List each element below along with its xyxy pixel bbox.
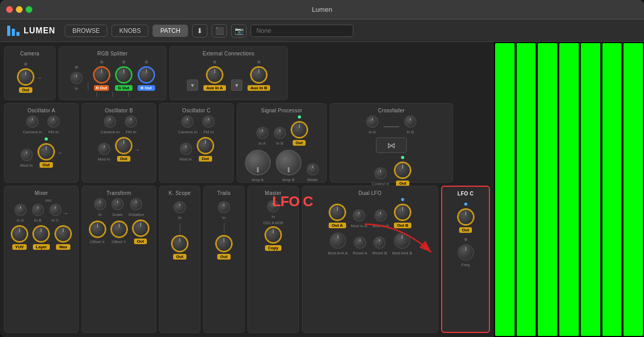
mixer-yuv-knob[interactable] xyxy=(11,226,28,242)
kscope-in-knob[interactable] xyxy=(174,201,186,213)
ext-dropdown-a[interactable]: ▼ xyxy=(187,80,198,91)
camera-icon[interactable]: 📷 xyxy=(231,24,247,37)
monitor-icon[interactable]: ⬛ xyxy=(212,24,227,37)
green-bars xyxy=(494,42,644,337)
close-button[interactable] xyxy=(6,6,13,13)
rgb-b-knob[interactable] xyxy=(138,67,155,83)
patch-button[interactable]: PATCH xyxy=(153,25,188,37)
sigproc-inb-knob[interactable] xyxy=(274,127,286,139)
ext-aux-a-knob[interactable] xyxy=(206,67,223,83)
mixer-inb-knob[interactable] xyxy=(32,204,44,216)
osc-b-camin-knob[interactable] xyxy=(104,115,116,128)
cf-controlin-group: Control In xyxy=(372,167,390,186)
crossfader-module: Crossfader In A In B xyxy=(330,103,453,183)
master-title: Master xyxy=(265,190,281,196)
osc-a-out-knob[interactable] xyxy=(38,144,54,160)
ext-aux-a-badge: Aux In A xyxy=(203,85,226,91)
ext-dropdown-b[interactable]: ▼ xyxy=(231,80,242,91)
cf-controlin-knob[interactable] xyxy=(374,167,387,180)
osc-c-camin-knob[interactable] xyxy=(181,115,194,128)
mixer-inb-group: In B xyxy=(32,204,44,223)
osc-b-fmin-knob[interactable] xyxy=(125,115,137,128)
green-bar-6 xyxy=(602,43,622,336)
master-copy-knob[interactable] xyxy=(265,227,281,243)
rgb-in-knob[interactable] xyxy=(70,72,83,84)
ext-aux-a-dot xyxy=(213,61,216,64)
tf-in-group: In xyxy=(94,198,106,217)
dlfo-outb-knob[interactable] xyxy=(394,204,411,221)
osc-a-modin-knob[interactable] xyxy=(21,149,33,161)
ext-aux-b-group: Aux In B xyxy=(248,61,270,91)
osc-a-camin-knob[interactable] xyxy=(26,115,39,128)
ext-aux-b-knob[interactable] xyxy=(251,67,267,83)
lfoc-out-knob[interactable] xyxy=(458,209,474,225)
dlfo-modamtb-group: Mod Amt B xyxy=(392,232,412,255)
cf-inb-knob[interactable] xyxy=(404,115,416,128)
minimize-button[interactable] xyxy=(16,6,23,13)
dlfo-outb-badge: Out B xyxy=(394,223,411,228)
download-icon[interactable]: ⬇ xyxy=(192,24,207,37)
osc-c-out-knob[interactable] xyxy=(197,137,214,154)
osc-a-out-group: Out xyxy=(38,137,54,168)
kscope-out-knob[interactable] xyxy=(172,235,188,252)
osc-b-title: Oscillator B xyxy=(105,108,133,113)
mixer-ina-knob[interactable] xyxy=(14,204,27,216)
mixer-yuv-group: YUV xyxy=(11,226,28,250)
green-bar-1 xyxy=(495,43,515,336)
camera-out-knob[interactable] xyxy=(17,69,34,85)
cf-ina-knob[interactable] xyxy=(366,115,378,128)
main-content: LFO C Camera xyxy=(0,42,644,337)
tf-out-knob[interactable] xyxy=(132,220,149,236)
dlfo-outa-knob[interactable] xyxy=(329,204,346,221)
sigproc-out-group: Out xyxy=(291,115,308,146)
sigproc-ina-knob[interactable] xyxy=(256,127,269,139)
trails-in-knob[interactable] xyxy=(218,201,230,213)
tf-scale-knob[interactable] xyxy=(111,198,124,210)
mixer-layer-knob[interactable] xyxy=(33,226,49,242)
transform-title: Transform xyxy=(107,190,131,196)
tf-offx-knob[interactable] xyxy=(89,221,106,237)
master-in-knob[interactable] xyxy=(267,200,279,212)
rgb-b-group: B Out xyxy=(138,61,155,91)
rgb-r-knob[interactable] xyxy=(93,67,110,83)
osc-a-fmin-knob[interactable] xyxy=(47,115,60,128)
bot-row: Mixer osc In A In B xyxy=(4,186,490,333)
dlfo-resetb-knob[interactable] xyxy=(373,236,386,249)
ext-module: External Connections ▼ Aux In A ▼ Aux xyxy=(169,46,288,100)
tf-in-knob[interactable] xyxy=(94,198,106,210)
dlfo-modina-knob[interactable] xyxy=(353,209,365,222)
rgb-g-knob[interactable] xyxy=(116,67,132,83)
dlfo-modamta-knob[interactable] xyxy=(330,232,346,249)
duallfo-module: Dual LFO Out A Mod In A Mod In B xyxy=(302,186,438,333)
osc-c-modin-knob[interactable] xyxy=(180,143,192,155)
knobs-button[interactable]: KNOBS xyxy=(111,25,148,37)
rgb-title: RGB Splitter xyxy=(97,51,127,56)
lfoc-freq-dot xyxy=(464,238,467,241)
browse-button[interactable]: BROWSE xyxy=(65,25,107,37)
dlfo-modamtb-knob[interactable] xyxy=(394,232,410,249)
lfoc-freq-knob[interactable] xyxy=(458,244,474,261)
cf-out-knob[interactable] xyxy=(394,162,411,179)
tf-offy-knob[interactable] xyxy=(111,221,127,237)
mixer-max-knob[interactable] xyxy=(55,226,71,242)
osc-b-camin-group: Camera In xyxy=(101,115,120,134)
rgb-in-label: In xyxy=(74,86,78,91)
dlfo-reseta-knob[interactable] xyxy=(354,236,366,249)
tf-rotation-knob[interactable] xyxy=(130,198,142,210)
preset-input[interactable] xyxy=(251,25,353,37)
sigproc-ampa-knob[interactable] xyxy=(245,150,271,175)
dlfo-modinb-knob[interactable] xyxy=(374,209,387,222)
osc-b-modin-knob[interactable] xyxy=(98,143,110,155)
rgb-r-badge: R Out xyxy=(94,85,109,91)
sigproc-out-knob[interactable] xyxy=(291,122,308,138)
sigproc-ampb-knob[interactable] xyxy=(276,150,301,175)
svg-rect-0 xyxy=(7,26,10,36)
osc-b-out-knob[interactable] xyxy=(116,137,132,154)
trails-out-knob[interactable] xyxy=(216,235,232,252)
master-osc-label: OSC A MOD xyxy=(263,221,283,225)
osc-c-fmin-knob[interactable] xyxy=(202,115,215,128)
mixer-inc-knob[interactable] xyxy=(49,204,62,216)
svg-rect-1 xyxy=(12,29,15,36)
fullscreen-button[interactable] xyxy=(26,6,32,13)
sigproc-mode-knob[interactable] xyxy=(307,163,319,175)
